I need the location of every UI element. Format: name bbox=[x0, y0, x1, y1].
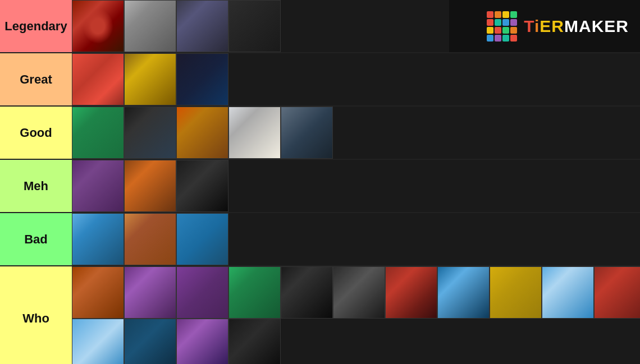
list-item[interactable] bbox=[437, 266, 490, 319]
list-item[interactable] bbox=[490, 266, 542, 319]
logo-cell bbox=[510, 11, 517, 18]
logo-cell bbox=[510, 35, 517, 42]
list-item[interactable] bbox=[176, 319, 228, 364]
tier-items-good bbox=[72, 107, 640, 159]
tier-label-good: Good bbox=[0, 107, 72, 159]
list-item[interactable] bbox=[176, 160, 228, 212]
logo-cell bbox=[502, 19, 509, 26]
tier-row-meh: Meh bbox=[0, 160, 640, 213]
list-item[interactable] bbox=[228, 319, 281, 364]
tier-label-bad: Bad bbox=[0, 213, 72, 265]
logo-cell bbox=[502, 11, 509, 18]
tier-label-meh: Meh bbox=[0, 160, 72, 212]
tier-row-great: Great bbox=[0, 53, 640, 107]
list-item[interactable] bbox=[124, 53, 176, 105]
list-item[interactable] bbox=[72, 213, 124, 265]
logo-cell bbox=[495, 19, 501, 26]
tiermaker-logo: TiERMAKER bbox=[449, 0, 640, 52]
list-item[interactable] bbox=[385, 266, 437, 319]
list-item[interactable] bbox=[176, 266, 228, 319]
list-item[interactable] bbox=[72, 319, 124, 364]
logo-cell bbox=[495, 35, 501, 42]
list-item[interactable] bbox=[124, 266, 176, 319]
tier-items-bad bbox=[72, 213, 640, 265]
tier-items-great bbox=[72, 53, 640, 105]
list-item[interactable] bbox=[542, 266, 594, 319]
list-item[interactable] bbox=[124, 213, 176, 265]
logo-cell bbox=[510, 27, 517, 34]
list-item[interactable] bbox=[72, 266, 124, 319]
list-item[interactable] bbox=[72, 53, 124, 105]
list-item[interactable] bbox=[124, 160, 176, 212]
list-item[interactable] bbox=[72, 107, 124, 159]
tier-list: Legendary bbox=[0, 0, 640, 364]
list-item[interactable] bbox=[594, 266, 640, 319]
logo-cell bbox=[487, 27, 493, 34]
who-row-1 bbox=[72, 266, 640, 319]
tier-items-who bbox=[72, 266, 640, 364]
who-row-2 bbox=[72, 319, 640, 364]
tier-row-bad: Bad bbox=[0, 213, 640, 266]
tier-row-who: Who bbox=[0, 266, 640, 364]
tier-items-meh bbox=[72, 160, 640, 212]
list-item[interactable] bbox=[176, 107, 228, 159]
list-item[interactable] bbox=[176, 0, 228, 52]
list-item[interactable] bbox=[124, 319, 176, 364]
logo-cell bbox=[510, 19, 517, 26]
tier-label-legendary: Legendary bbox=[0, 0, 72, 52]
logo-cell bbox=[495, 27, 501, 34]
list-item[interactable] bbox=[72, 0, 124, 52]
list-item[interactable] bbox=[228, 0, 281, 52]
logo-cell bbox=[495, 11, 501, 18]
logo-cell bbox=[502, 27, 509, 34]
tier-label-who: Who bbox=[0, 266, 72, 364]
list-item[interactable] bbox=[281, 266, 333, 319]
list-item[interactable] bbox=[281, 107, 333, 159]
logo-cell bbox=[487, 11, 493, 18]
logo-cell bbox=[502, 35, 509, 42]
list-item[interactable] bbox=[228, 107, 281, 159]
list-item[interactable] bbox=[72, 160, 124, 212]
list-item[interactable] bbox=[124, 0, 176, 52]
logo-cell bbox=[487, 19, 493, 26]
list-item[interactable] bbox=[228, 266, 281, 319]
tier-row-legendary: Legendary bbox=[0, 0, 640, 53]
tier-row-good: Good bbox=[0, 107, 640, 160]
logo-cell bbox=[487, 35, 493, 42]
logo-grid bbox=[487, 11, 517, 42]
list-item[interactable] bbox=[124, 107, 176, 159]
list-item[interactable] bbox=[176, 53, 228, 105]
list-item[interactable] bbox=[333, 266, 385, 319]
list-item[interactable] bbox=[176, 213, 228, 265]
tiermaker-logo-text: TiERMAKER bbox=[524, 17, 629, 36]
tier-label-great: Great bbox=[0, 53, 72, 105]
